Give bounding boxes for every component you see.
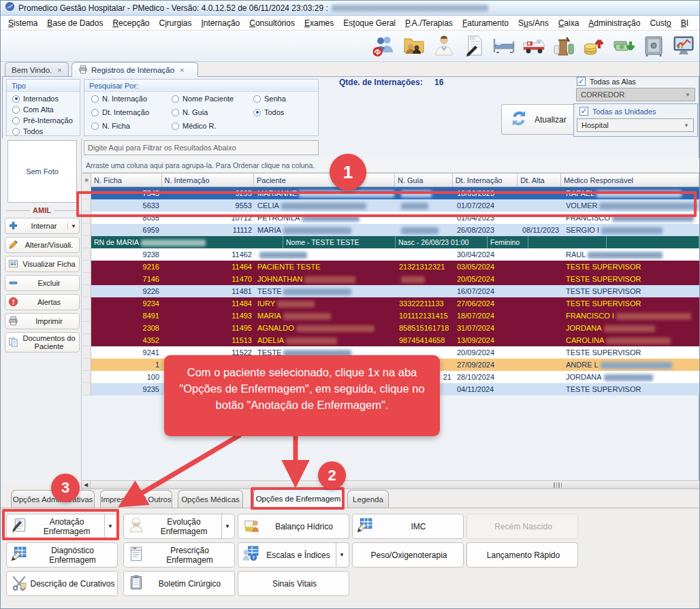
column-header-n-interna-o[interactable]: N. Internação [162,174,254,186]
menu-item-custo[interactable]: Custo [645,17,675,29]
button-escalas-e-ndices[interactable]: ?Escalas e Índices▼ [238,542,349,567]
chevron-down-icon[interactable]: ▼ [221,514,233,538]
menu-item-cirurgias[interactable]: Cirurgias [154,17,196,29]
bottom-tab-op-es-adminstrativas[interactable]: Opções Adminstrativas [11,490,95,508]
table-row[interactable]: 849111493MARIA10111213141518/07/2024FRAN… [82,310,699,322]
radio-dt.-interna-o[interactable]: Dt. Internação [91,108,149,116]
toolbar-hospital-bed-icon[interactable] [490,33,518,61]
toolbar-users-sync-icon[interactable] [370,33,398,61]
button-sinais-vitais[interactable]: Sinais Vitais [238,571,349,596]
radio-n.-ficha[interactable]: N. Ficha [91,122,130,130]
table-row[interactable]: 695911112MARIA26/08/202308/11/2023SERGIO… [82,224,699,236]
menu-item-sus-ans[interactable]: Sus/Ans [513,17,554,29]
toolbar-folder-users-icon[interactable] [400,33,428,61]
table-row[interactable]: 435211513ADELIA9874541465813/09/2024CARO… [82,334,699,346]
table-row[interactable]: 92381146230/04/2024RAUL [82,248,699,261]
table-row[interactable]: 923411484IURY3332221113327/06/2024TESTE … [82,297,699,310]
button-imc[interactable]: IMC [352,514,464,539]
button-evolu-o-enfermagem[interactable]: Evolução Enfermagem▼ [123,514,235,539]
table-row[interactable]: 230811495AGNALDO85851516171831/07/2024JO… [82,322,699,334]
button-prescri-o-enfermagem[interactable]: Prescrição Enfermagem [123,542,235,567]
table-row[interactable]: 75459295MARIANNE10/03/2023RAFAEL [82,187,699,199]
tab-bem-vindo-[interactable]: Bem Vindo.× [5,62,69,77]
menu-item-p-a-terapias[interactable]: P.A./Terapias [400,17,458,29]
table-row[interactable]: 714611470JOHNATHAN20/05/2024TESTE SUPERV… [82,273,699,285]
menu-item-base-de-dados[interactable]: Base de Dados [42,17,108,29]
horizontal-splitter[interactable]: ◀ [81,480,700,489]
unidade-select[interactable]: Hospital ▼ [577,118,694,132]
atualizar-button[interactable]: Atualizar [501,104,583,135]
menu-item-interna-o[interactable]: Internação [197,17,245,29]
radio-m-dico-r.[interactable]: Médico R. [172,122,217,130]
radio-n.-guia[interactable]: N. Guia [172,108,208,116]
toolbar-money-up-icon[interactable] [580,33,607,61]
menu-item-exames[interactable]: Exames [300,17,338,29]
button-lan-amento-r-pido[interactable]: Lançamento Rápido [466,542,578,567]
sidebar-button-alterar-visuali-[interactable]: Alterar/Visuali. [5,237,80,253]
radio-todos[interactable]: Todos [12,127,80,135]
bottom-tab-op-es-m-dicas[interactable]: Opções Médicas [178,490,243,508]
button-peso-oxigenoterapia[interactable]: Peso/Oxigenoterapia [352,542,464,567]
menu-item-administra-o[interactable]: Administração [584,17,645,29]
toolbar-contract-icon[interactable] [460,33,488,61]
menu-item-bi[interactable]: BI [676,17,693,29]
chevron-down-icon[interactable]: ▼ [336,543,347,567]
button-boletim-cir-rgico[interactable]: Boletim Cirúrgico [123,571,235,596]
sidebar-button-documentos-do-paciente[interactable]: Documentos do Paciente [5,332,80,352]
bottom-tab-op-es-de-enfermagem[interactable]: Opções de Enfermagem [253,489,343,508]
toolbar-pharmacy-icon[interactable] [550,33,577,61]
radio-nome-paciente[interactable]: Nome Paciente [172,95,234,103]
button-diagn-stico-enfermagem[interactable]: Diagnóstico Enfermagem [6,542,118,567]
toolbar-money-down-icon[interactable] [610,33,637,61]
toolbar-ambulance-icon[interactable] [520,33,547,61]
column-header-n-guia[interactable]: N. Guia [395,174,453,186]
table-row[interactable]: 1002128/10/2024JORDANA [82,371,699,383]
radio-pré-internaç-o[interactable]: Pré-Internação [12,116,80,125]
menu-item-consult-rios[interactable]: Consultórios [244,17,300,29]
table-row[interactable]: 56339553CELIA01/07/2024VOLMER [82,199,699,212]
button-balan-o-h-drico[interactable]: Balanço Hídrico [238,514,349,539]
chevron-down-icon[interactable]: ▼ [104,514,116,538]
filter-input[interactable]: Digite Aqui para Filtrar os Resultados A… [84,140,319,155]
sidebar-button-visualizar-ficha[interactable]: Visualizar Ficha [5,256,80,272]
sidebar-button-imprimir[interactable]: Imprimir [5,313,80,329]
table-row[interactable]: 921611464PACIENTE TESTE2132131232103/05/… [82,261,699,273]
column-header-n-ficha[interactable]: N. Ficha [91,174,162,186]
table-row[interactable]: 923504/11/2024TESTE SUPERVISOR [82,383,699,395]
column-header-dt-alta[interactable]: Dt. Alta [518,174,561,186]
radio-com-alta[interactable]: Com Alta [12,105,80,114]
radio-senha[interactable]: Senha [253,95,286,103]
chevron-down-icon[interactable]: ▼ [67,223,78,229]
toolbar-doctor-icon[interactable] [430,33,458,61]
toolbar-bi-chart-icon[interactable] [670,33,697,61]
toolbar-safe-icon[interactable] [640,33,667,61]
bottom-tab-impress-es-outros[interactable]: Impressões / Outros [100,490,172,508]
tab-registros-de-interna-o[interactable]: Registros de Internação× [71,62,198,77]
close-icon[interactable]: × [57,66,61,74]
table-row[interactable]: 922611481TESTE16/07/2024TESTE SUPERVISOR [82,285,699,297]
sidebar-button-internar[interactable]: Internar▼ [5,218,80,234]
sidebar-button-alertas[interactable]: Alertas [5,294,80,310]
sidebar-button-excluir[interactable]: Excluir [5,275,80,291]
ala-select[interactable]: CORREDOR ▼ [576,88,695,101]
todas-alas-checkbox[interactable]: ✓ Todas as Alas [577,77,636,86]
column-header-dt-interna-o[interactable]: Dt. Internação [453,174,518,186]
radio-todos[interactable]: Todos [253,108,284,116]
bottom-tab-legenda[interactable]: Legenda [347,490,389,508]
todas-unidades-checkbox[interactable]: ✓ Todas as Unidades [579,107,656,116]
menu-item-sistema[interactable]: Sistema [3,17,42,29]
menu-item-recep-o[interactable]: Recepção [108,17,154,29]
column-header-paciente[interactable]: Paciente [254,174,395,186]
radio-n.-interna-o[interactable]: N. Internação [91,95,147,103]
table-row[interactable]: RN de MARIANome - TESTE TESTENasc - 26/0… [82,236,699,248]
menu-item-caixa[interactable]: Caixa [554,17,584,29]
button-descri-o-de-curativos[interactable]: Descrição de Curativos [6,571,118,596]
table-row[interactable]: 924111522TESTE20/09/2024TESTE SUPERVISOR [82,346,699,359]
table-row[interactable]: 127/09/2024ANDRE L [82,359,699,371]
scroll-left-icon[interactable]: ◀ [82,481,91,489]
button-anota-o-enfermagem[interactable]: Anotação Enfermagem▼ [6,514,118,539]
column-header-m-dico-respons-vel[interactable]: Médico Responsável [561,174,699,186]
radio-internados[interactable]: Internados [12,95,80,103]
close-icon[interactable]: × [180,66,184,74]
table-row[interactable]: 803510712PETRONILA01/04/2023FRANCISCO [82,212,699,224]
